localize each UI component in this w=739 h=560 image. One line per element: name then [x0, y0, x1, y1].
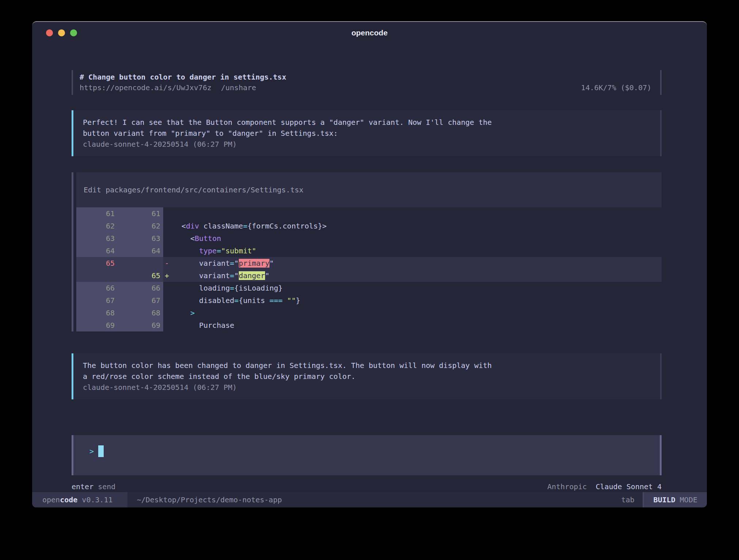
- new-line-number: 69: [118, 321, 163, 330]
- mode-toggle-key: tab: [621, 492, 634, 507]
- hint-action: send: [98, 481, 115, 492]
- app-name-prefix: open: [42, 495, 60, 504]
- session-title: # Change button color to danger in setti…: [80, 72, 651, 83]
- titlebar: opencode: [32, 22, 707, 44]
- diff-gutter: 65: [76, 257, 163, 269]
- diff-row: 6262 <div className={formCs.controls}>: [76, 220, 662, 232]
- diff-gutter: 6868: [76, 307, 163, 319]
- session-subheader: https://opencode.ai/s/UwJxv76z /unshare …: [80, 83, 651, 93]
- diff-marker: +: [163, 271, 173, 280]
- edit-tool-block: Edit packages/frontend/src/containers/Se…: [72, 172, 662, 331]
- token-usage: 14.6K/7% ($0.07): [581, 83, 651, 93]
- prompt-input[interactable]: >: [72, 435, 662, 475]
- prompt-symbol: >: [89, 445, 94, 457]
- assistant-message: Perfect! I can see that the Button compo…: [72, 110, 662, 156]
- message-line: a red/rose color scheme instead of the b…: [83, 371, 651, 382]
- code-segment: =: [217, 246, 221, 255]
- zoom-button[interactable]: [70, 30, 77, 37]
- code-segment: <: [173, 222, 186, 230]
- code-segment: "": [287, 296, 296, 305]
- old-line-number: 68: [76, 308, 118, 317]
- input-hints: enter send Anthropic Claude Sonnet 4: [72, 481, 662, 492]
- mode-name: BUILD: [654, 495, 675, 504]
- message-meta: claude-sonnet-4-20250514 (06:27 PM): [83, 139, 651, 150]
- code-segment: =: [243, 222, 248, 230]
- message-line: Perfect! I can see that the Button compo…: [83, 117, 651, 128]
- message-line: The button color has been changed to dan…: [83, 360, 651, 371]
- old-line-number: 65: [76, 259, 118, 268]
- code-segment: variant: [173, 271, 230, 280]
- code-segment: Button: [195, 234, 221, 243]
- minimize-button[interactable]: [58, 30, 65, 37]
- code-segment: >: [190, 308, 195, 317]
- code-segment: {units: [239, 296, 269, 305]
- old-line-number: 61: [76, 209, 118, 218]
- window-title: opencode: [351, 28, 387, 37]
- diff-row: 6666 loading={isLoading}: [76, 282, 662, 294]
- code-segment: [173, 308, 190, 317]
- diff-code-line: Purchase: [173, 321, 234, 330]
- diff-gutter: 6666: [76, 282, 163, 294]
- diff-row: 6767 disabled={units === ""}: [76, 294, 662, 307]
- diff-row: 6363 <Button: [76, 232, 662, 245]
- code-segment: div: [186, 222, 199, 230]
- code-segment: ": [234, 259, 239, 268]
- build-mode-chip[interactable]: BUILD MODE: [643, 492, 707, 507]
- status-bar: opencode v0.3.11 ~/Desktop/Projects/demo…: [32, 492, 707, 507]
- diff-code-line: variant="primary": [173, 259, 274, 268]
- code-segment: danger: [239, 271, 265, 280]
- old-line-number: 66: [76, 284, 118, 292]
- code-segment: ": [269, 259, 274, 268]
- new-line-number: 65: [118, 271, 163, 280]
- code-segment: <: [173, 234, 195, 243]
- code-segment: {formCs.controls}>: [248, 222, 327, 230]
- edit-tool-title: Edit packages/frontend/src/containers/Se…: [76, 172, 662, 207]
- message-line: button variant from "primary" to "danger…: [83, 128, 651, 139]
- diff-gutter: 6262: [76, 220, 163, 232]
- code-segment: loading: [173, 284, 230, 292]
- diff-code-line: disabled={units === ""}: [173, 296, 300, 305]
- diff-code-line: variant="danger": [173, 271, 269, 280]
- old-line-number: 63: [76, 234, 118, 243]
- diff-code-line: <Button: [173, 234, 221, 243]
- old-line-number: 62: [76, 222, 118, 230]
- close-button[interactable]: [46, 30, 53, 37]
- old-line-number: 64: [76, 246, 118, 255]
- code-segment: type: [199, 246, 217, 255]
- diff-code-line: type="submit": [173, 246, 256, 255]
- code-segment: primary: [239, 259, 269, 268]
- diff-row: 65+ variant="danger": [76, 269, 662, 282]
- session-header: # Change button color to danger in setti…: [72, 70, 662, 95]
- hint-key: enter: [72, 481, 93, 492]
- diff-gutter: 6464: [76, 245, 163, 257]
- diff-view: 61616262 <div className={formCs.controls…: [76, 207, 662, 331]
- diff-code-line: loading={isLoading}: [173, 284, 283, 292]
- code-segment: "submit": [221, 246, 256, 255]
- new-line-number: 66: [118, 284, 163, 292]
- diff-code-line: <div className={formCs.controls}>: [173, 222, 326, 230]
- new-line-number: 62: [118, 222, 163, 230]
- code-segment: ===: [269, 296, 283, 305]
- code-segment: [283, 296, 287, 305]
- new-line-number: 64: [118, 246, 163, 255]
- share-url-link[interactable]: https://opencode.ai/s/UwJxv76z: [80, 83, 211, 93]
- code-segment: ": [265, 271, 269, 280]
- model-indicator: Anthropic Claude Sonnet 4: [547, 481, 662, 492]
- code-segment: className: [199, 222, 243, 230]
- diff-row: 6868 >: [76, 307, 662, 319]
- diff-row: 6161: [76, 207, 662, 220]
- code-segment: }: [296, 296, 300, 305]
- model-name: Claude Sonnet 4: [596, 482, 662, 491]
- app-name-bold: code: [60, 495, 77, 504]
- code-segment: ": [234, 271, 239, 280]
- diff-row: 6464 type="submit": [76, 245, 662, 257]
- code-segment: =: [230, 259, 234, 268]
- code-segment: =: [230, 284, 234, 292]
- session-view: # Change button color to danger in setti…: [32, 44, 707, 492]
- diff-code-line: >: [173, 308, 195, 317]
- diff-gutter: 6363: [76, 232, 163, 245]
- code-segment: Purchase: [173, 321, 234, 330]
- diff-marker: -: [163, 259, 173, 268]
- diff-gutter: 6969: [76, 319, 163, 331]
- mode-word: MODE: [680, 495, 697, 504]
